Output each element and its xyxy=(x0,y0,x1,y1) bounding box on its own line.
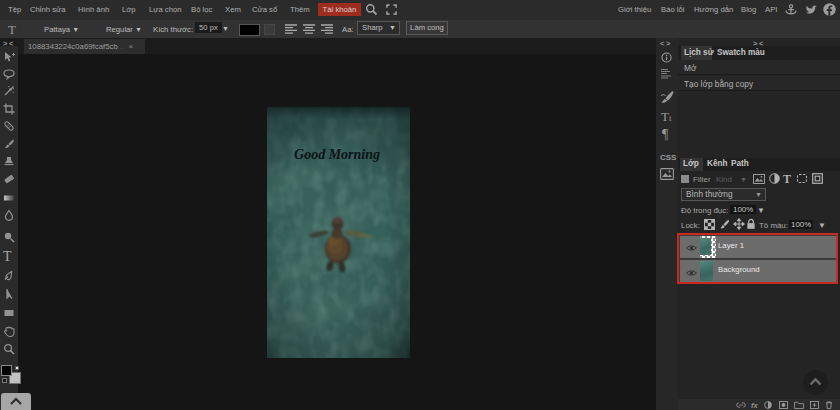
svg-text:Good Morning: Good Morning xyxy=(294,147,380,162)
